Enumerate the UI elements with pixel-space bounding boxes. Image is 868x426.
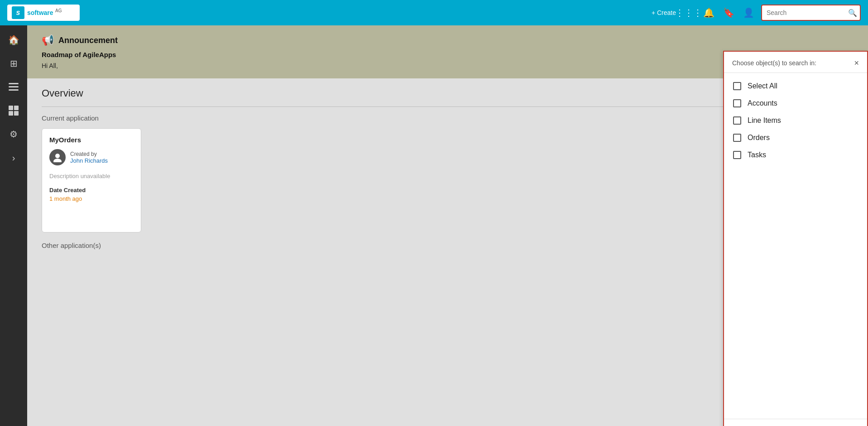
app-card-name: MyOrders [49,136,134,144]
search-wrapper: 🔍 [761,5,861,21]
option-label-select-all: Select All [748,82,777,90]
date-created-label: Date Created [49,187,134,194]
option-label-accounts: Accounts [748,99,777,107]
search-dropdown-panel: Choose object(s) to search in: × Select … [723,51,868,426]
svg-rect-0 [9,83,19,84]
sidebar: 🏠 ⊞ ⚙ › [0,25,27,426]
svg-rect-5 [9,111,13,116]
grid-icon[interactable]: ⋮⋮⋮ [681,5,696,20]
option-label-tasks: Tasks [748,151,766,159]
creator-name[interactable]: John Richards [70,157,108,164]
announcement-title: 📢 Announcement [42,34,854,46]
notifications-icon[interactable]: 🔔 [701,5,716,20]
creator-info: Created by John Richards [70,151,108,164]
create-button[interactable]: + Create [652,9,676,16]
checkbox-line-items[interactable] [733,116,741,125]
page-wrapper: 🏠 ⊞ ⚙ › 📢 Announcement [0,25,868,426]
svg-rect-4 [14,106,19,110]
sidebar-item-expand[interactable]: › [3,147,24,169]
svg-point-8 [53,159,62,162]
dropdown-option-accounts[interactable]: Accounts [724,95,867,112]
avatar [49,149,66,165]
sidebar-item-dashboard[interactable]: ⊞ [3,53,24,74]
sidebar-item-list[interactable] [3,76,24,98]
sidebar-item-widgets[interactable] [3,100,24,121]
dropdown-option-line-items[interactable]: Line Items [724,112,867,129]
user-icon[interactable]: 👤 [741,5,756,20]
dropdown-option-select-all[interactable]: Select All [724,77,867,95]
logo-s-icon: s [12,6,24,19]
bookmarks-icon[interactable]: 🔖 [721,5,736,20]
created-by-label: Created by [70,151,108,157]
svg-rect-1 [9,86,19,87]
logo-text: software AG [27,8,62,17]
dropdown-options-list: Select All Accounts Line Items Orders Ta… [724,73,867,419]
sidebar-item-settings[interactable]: ⚙ [3,123,24,145]
svg-point-7 [55,154,60,158]
dropdown-close-button[interactable]: × [854,59,859,67]
svg-rect-6 [14,111,19,116]
megaphone-icon: 📢 [42,34,54,46]
checkbox-tasks[interactable] [733,151,741,159]
sidebar-item-home[interactable]: 🏠 [3,29,24,51]
svg-rect-3 [9,106,13,110]
search-submit-icon[interactable]: 🔍 [848,9,857,17]
dropdown-header: Choose object(s) to search in: × [724,52,867,73]
description-unavailable: Description unavailable [49,173,134,179]
logo[interactable]: s software AG [7,5,80,21]
dropdown-option-orders[interactable]: Orders [724,129,867,146]
svg-rect-2 [9,89,19,91]
search-input[interactable] [761,5,861,21]
dropdown-header-text: Choose object(s) to search in: [732,59,816,67]
app-card-creator: Created by John Richards [49,149,134,165]
option-label-line-items: Line Items [748,116,781,125]
checkbox-orders[interactable] [733,134,741,142]
checkbox-select-all[interactable] [733,82,741,90]
date-created-value: 1 month ago [49,195,134,202]
app-card[interactable]: MyOrders Created by John Richards Descri… [42,128,141,232]
topnav: s software AG + Create ⋮⋮⋮ 🔔 🔖 👤 🔍 [0,0,868,25]
option-label-orders: Orders [748,134,770,142]
dropdown-option-tasks[interactable]: Tasks [724,146,867,164]
checkbox-accounts[interactable] [733,99,741,107]
dropdown-footer: Search [724,419,867,426]
